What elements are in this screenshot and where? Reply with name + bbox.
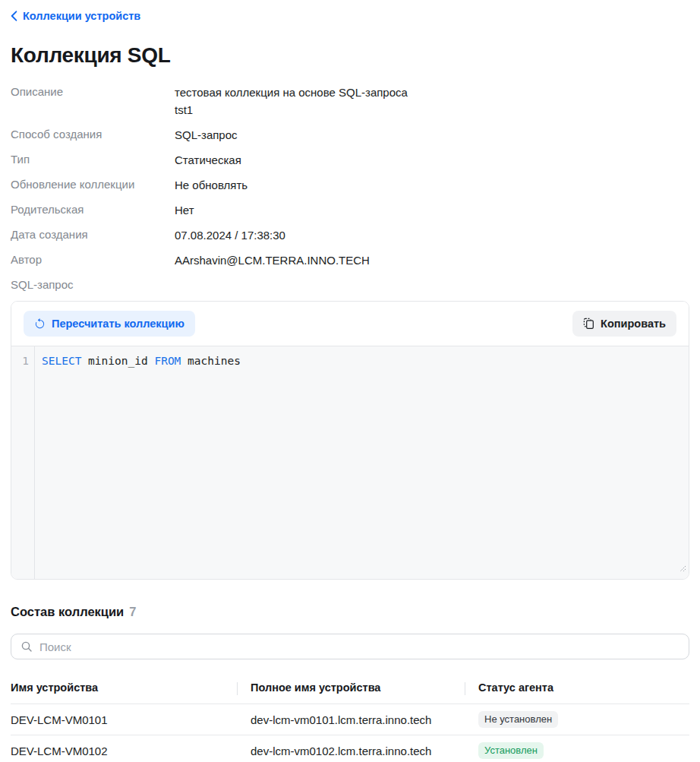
detail-row-parent: Родительская Нет — [11, 201, 689, 219]
detail-row-description: Описание тестовая коллекция на основе SQ… — [11, 84, 689, 119]
collection-details: Описание тестовая коллекция на основе SQ… — [11, 84, 689, 293]
sql-token-plain: machines — [181, 355, 241, 367]
detail-value: 07.08.2024 / 17:38:30 — [175, 226, 285, 244]
status-badge: Не установлен — [478, 711, 558, 728]
detail-value: Статическая — [175, 151, 241, 169]
page-title: Коллекция SQL — [11, 43, 689, 68]
detail-value: SQL-запрос — [175, 126, 238, 144]
copy-button[interactable]: Копировать — [572, 311, 676, 337]
sql-code-editor[interactable]: 1 SELECT minion_id FROM machines — [11, 346, 689, 579]
back-breadcrumb-link[interactable]: Коллекции устройств — [11, 10, 140, 22]
device-name-cell: DEV-LCM-VM0101 — [11, 713, 237, 726]
detail-label: Описание — [11, 84, 175, 119]
device-fqdn-cell: dev-lcm-vm0102.lcm.terra.inno.tech — [237, 745, 465, 757]
header-agent-status: Статус агента — [465, 681, 689, 694]
devices-table: Имя устройства Полное имя устройства Ста… — [11, 678, 689, 762]
detail-row-sql-query: SQL-запрос — [11, 277, 689, 293]
chevron-left-icon — [11, 11, 17, 21]
resize-grip-icon[interactable] — [678, 561, 686, 577]
detail-label: Автор — [11, 251, 175, 269]
page-container: Коллекции устройств Коллекция SQL Описан… — [0, 0, 700, 762]
composition-section-title: Состав коллекции 7 — [11, 605, 689, 619]
agent-status-cell: Установлен — [465, 742, 689, 759]
device-fqdn-cell: dev-lcm-vm0101.lcm.terra.inno.tech — [237, 713, 465, 726]
search-icon — [20, 640, 33, 653]
detail-row-created-date: Дата создания 07.08.2024 / 17:38:30 — [11, 226, 689, 244]
sql-query-panel: Пересчитать коллекцию Копировать 1 SELEC… — [11, 301, 689, 580]
detail-label: SQL-запрос — [11, 277, 175, 293]
detail-label: Обновление коллекции — [11, 176, 175, 194]
sql-token-plain: minion_id — [81, 355, 154, 367]
detail-label: Способ создания — [11, 126, 175, 144]
recalculate-button-label: Пересчитать коллекцию — [52, 318, 184, 330]
composition-count: 7 — [129, 605, 136, 619]
device-search[interactable] — [11, 634, 689, 659]
detail-label: Дата создания — [11, 226, 175, 244]
code-line: SELECT minion_id FROM machines — [35, 346, 241, 579]
detail-row-update: Обновление коллекции Не обновлять — [11, 176, 689, 194]
detail-value: Нет — [175, 201, 194, 219]
detail-label: Родительская — [11, 201, 175, 219]
header-device-name: Имя устройства — [11, 681, 237, 694]
copy-icon — [583, 318, 594, 330]
sql-token-keyword: SELECT — [42, 355, 81, 367]
agent-status-cell: Не установлен — [465, 711, 689, 728]
status-badge: Установлен — [478, 742, 544, 759]
detail-row-creation-method: Способ создания SQL-запрос — [11, 126, 689, 144]
detail-row-type: Тип Статическая — [11, 151, 689, 169]
composition-title-text: Состав коллекции — [11, 605, 124, 619]
detail-value: тестовая коллекция на основе SQL-запроса… — [175, 84, 410, 119]
detail-value: Не обновлять — [175, 176, 248, 194]
device-name-cell: DEV-LCM-VM0102 — [11, 745, 237, 757]
table-header-row: Имя устройства Полное имя устройства Ста… — [11, 678, 689, 704]
detail-label: Тип — [11, 151, 175, 169]
code-line-number: 1 — [11, 346, 35, 579]
sql-token-keyword: FROM — [154, 355, 181, 367]
detail-value: AArshavin@LCM.TERRA.INNO.TECH — [175, 251, 370, 269]
search-input[interactable] — [39, 640, 680, 653]
recalculate-collection-button[interactable]: Пересчитать коллекцию — [24, 311, 195, 337]
header-device-fqdn: Полное имя устройства — [237, 681, 465, 694]
table-row[interactable]: DEV-LCM-VM0102 dev-lcm-vm0102.lcm.terra.… — [11, 735, 689, 762]
refresh-icon — [34, 318, 46, 330]
detail-row-author: Автор AArshavin@LCM.TERRA.INNO.TECH — [11, 251, 689, 269]
sql-toolbar: Пересчитать коллекцию Копировать — [11, 302, 689, 346]
table-row[interactable]: DEV-LCM-VM0101 dev-lcm-vm0101.lcm.terra.… — [11, 704, 689, 735]
copy-button-label: Копировать — [601, 318, 666, 330]
breadcrumb-label: Коллекции устройств — [23, 10, 140, 22]
